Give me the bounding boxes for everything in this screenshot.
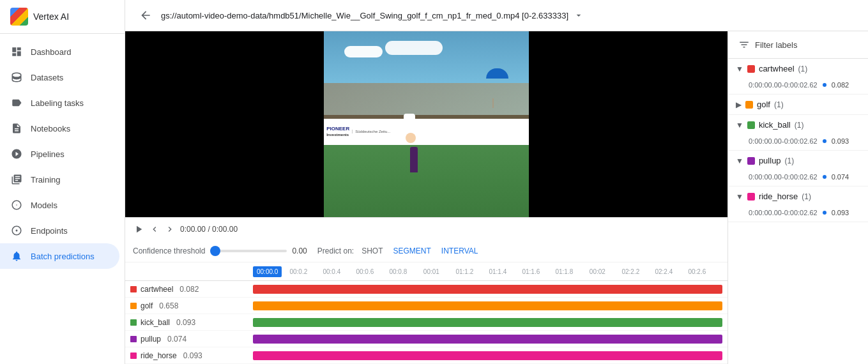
label-section-cartwheel: ▼ cartwheel (1) 0:00:00.00-0:00:02.62 0.… xyxy=(728,59,868,95)
track-bar-area-ride-horse xyxy=(253,347,727,363)
label-detail-cartwheel: 0:00:00.00-0:00:02.62 0.082 xyxy=(728,79,868,94)
sidebar-item-labeling-tasks[interactable]: Labeling tasks xyxy=(0,90,119,116)
notebooks-icon xyxy=(10,122,23,135)
predict-interval-button[interactable]: INTERVAL xyxy=(439,245,481,257)
sidebar-item-datasets-label: Datasets xyxy=(31,73,63,82)
kick-ball-expand-icon: ▼ xyxy=(736,121,743,130)
track-row-golf: golf 0.658 xyxy=(125,298,727,314)
filter-icon xyxy=(738,39,750,50)
label-section-header-ride-horse[interactable]: ▼ ride_horse (1) xyxy=(728,186,868,206)
confidence-slider[interactable] xyxy=(210,250,287,252)
time-mark-5: 00:01 xyxy=(415,268,448,275)
endpoints-icon xyxy=(10,224,23,237)
track-label-pullup: pullup 0.074 xyxy=(125,335,253,344)
content-area: PIONEERInvestments Süddeutsche Zeitu... xyxy=(125,31,868,364)
file-path-dropdown[interactable] xyxy=(574,10,584,20)
confidence-thumb[interactable] xyxy=(210,246,220,256)
kick-ball-color xyxy=(130,319,137,326)
kick-ball-score-dot xyxy=(823,139,826,143)
label-detail-kick-ball: 0:00:00.00-0:00:02.62 0.093 xyxy=(728,135,868,150)
predict-segment-button[interactable]: SEGMENT xyxy=(391,245,434,257)
timeline-current-marker: 00:00.0 xyxy=(253,266,282,277)
label-section-header-cartwheel[interactable]: ▼ cartwheel (1) xyxy=(728,59,868,79)
sidebar-item-models-label: Models xyxy=(31,201,57,210)
label-section-golf: ▶ golf (1) xyxy=(728,95,868,115)
time-mark-8: 01:1.6 xyxy=(514,268,547,275)
pullup-label-color xyxy=(747,157,755,165)
track-label-golf: golf 0.658 xyxy=(125,301,253,310)
sidebar-item-training[interactable]: Training xyxy=(0,167,119,192)
cartwheel-color xyxy=(130,286,137,292)
cartwheel-label-color xyxy=(747,65,755,73)
label-section-header-kick-ball[interactable]: ▼ kick_ball (1) xyxy=(728,115,868,135)
ride-horse-score-dot xyxy=(823,211,826,215)
models-icon xyxy=(10,199,23,211)
tracks-container: cartwheel 0.082 golf 0.658 xyxy=(125,281,727,364)
track-label-cartwheel: cartwheel 0.082 xyxy=(125,285,253,294)
next-frame-button[interactable] xyxy=(165,224,175,234)
label-section-kick-ball: ▼ kick_ball (1) 0:00:00.00-0:00:02.62 0.… xyxy=(728,115,868,151)
pullup-score-dot xyxy=(823,175,826,179)
sidebar-item-dashboard-label: Dashboard xyxy=(31,47,72,57)
sidebar-item-models[interactable]: Models xyxy=(0,192,119,218)
label-section-header-pullup[interactable]: ▼ pullup (1) xyxy=(728,151,868,171)
confidence-label: Confidence threshold xyxy=(133,246,205,255)
pullup-expand-icon: ▼ xyxy=(736,156,743,165)
label-section-ride-horse: ▼ ride_horse (1) 0:00:00.00-0:00:02.62 0… xyxy=(728,186,868,222)
sidebar-item-datasets[interactable]: Datasets xyxy=(0,64,119,90)
sidebar-nav: Dashboard Datasets Labeling tasks Notebo… xyxy=(0,34,125,364)
golf-expand-icon: ▶ xyxy=(736,100,742,109)
prev-frame-button[interactable] xyxy=(149,224,160,234)
time-mark-13: 00:2.6 xyxy=(680,268,713,275)
track-label-ride-horse: ride_horse 0.093 xyxy=(125,351,253,360)
ride-horse-label-color xyxy=(747,193,755,201)
top-bar: gs://automl-video-demo-data/hmdb51/Miche… xyxy=(125,0,868,31)
time-display: 0:00.00 / 0:00.00 xyxy=(180,225,238,234)
play-button[interactable] xyxy=(133,224,144,235)
back-button[interactable] xyxy=(135,5,156,26)
predict-on-label: Predict on: xyxy=(317,246,354,255)
label-section-header-golf[interactable]: ▶ golf (1) xyxy=(728,95,868,114)
label-detail-ride-horse: 0:00:00.00-0:00:02.62 0.093 xyxy=(728,206,868,222)
track-bar-area-cartwheel xyxy=(253,281,727,297)
time-mark-10: 00:02 xyxy=(581,268,614,275)
sidebar-item-notebooks-label: Notebooks xyxy=(31,124,70,133)
time-mark-4: 00:0.8 xyxy=(381,268,415,275)
track-row-ride-horse: ride_horse 0.093 xyxy=(125,347,727,364)
sidebar-item-batch-predictions[interactable]: Batch predictions xyxy=(0,243,119,269)
app-logo: Vertex AI xyxy=(0,0,125,34)
label-detail-pullup: 0:00:00.00-0:00:02.62 0.074 xyxy=(728,171,868,186)
sidebar-item-pipelines[interactable]: Pipelines xyxy=(0,141,119,167)
main-content: gs://automl-video-demo-data/hmdb51/Miche… xyxy=(125,0,868,364)
sidebar-item-notebooks[interactable]: Notebooks xyxy=(0,116,119,141)
time-mark-1: 00:0.2 xyxy=(282,268,315,275)
track-bar-area-kick-ball xyxy=(253,314,727,330)
app-name: Vertex AI xyxy=(33,11,69,22)
batch-predictions-icon xyxy=(10,250,23,262)
track-bar-kick-ball xyxy=(253,318,722,327)
time-mark-9: 01:1.8 xyxy=(547,268,581,275)
sidebar-item-dashboard[interactable]: Dashboard xyxy=(0,39,119,64)
time-mark-11: 02:2.2 xyxy=(614,268,647,275)
timeline-ruler-row: 00:00.0 00:0.2 00:0.4 00:0.6 00:0.8 00:0… xyxy=(125,262,727,281)
file-path: gs://automl-video-demo-data/hmdb51/Miche… xyxy=(161,11,568,20)
filter-labels-text: Filter labels xyxy=(755,40,797,50)
sidebar-item-batch-predictions-label: Batch predictions xyxy=(31,252,95,261)
confidence-value: 0.00 xyxy=(292,246,307,255)
golf-color xyxy=(130,303,137,309)
labels-header: Filter labels xyxy=(728,31,868,59)
time-mark-12: 02:2.4 xyxy=(647,268,680,275)
time-mark-6: 01:1.2 xyxy=(448,268,481,275)
labeling-icon xyxy=(10,96,23,109)
svg-point-0 xyxy=(16,204,17,206)
dashboard-icon xyxy=(10,45,23,58)
sidebar-item-endpoints[interactable]: Endpoints xyxy=(0,218,119,243)
ride-horse-color xyxy=(130,353,137,359)
video-container: PIONEERInvestments Süddeutsche Zeitu... xyxy=(125,31,727,217)
sidebar-item-labeling-label: Labeling tasks xyxy=(31,98,84,108)
video-controls: 0:00.00 / 0:00.00 xyxy=(125,217,727,240)
track-bar-cartwheel xyxy=(253,285,722,294)
track-row-kick-ball: kick_ball 0.093 xyxy=(125,314,727,331)
predict-shot-button[interactable]: SHOT xyxy=(359,245,385,257)
track-bar-area-golf xyxy=(253,298,727,314)
